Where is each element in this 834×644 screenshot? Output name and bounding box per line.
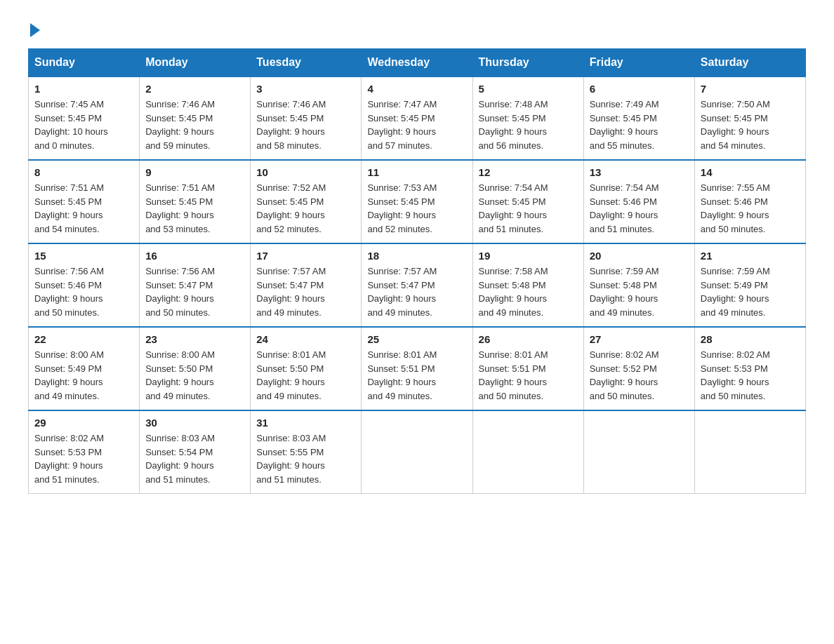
day-number: 31	[256, 417, 355, 429]
calendar-cell: 11 Sunrise: 7:53 AM Sunset: 5:45 PM Dayl…	[362, 160, 472, 243]
day-number: 10	[256, 166, 355, 178]
calendar-cell: 7 Sunrise: 7:50 AM Sunset: 5:45 PM Dayli…	[694, 76, 805, 160]
weekday-header-thursday: Thursday	[472, 49, 583, 77]
day-info: Sunrise: 7:51 AM Sunset: 5:45 PM Dayligh…	[34, 181, 133, 236]
day-number: 27	[590, 333, 689, 345]
day-number: 6	[590, 83, 689, 95]
day-info: Sunrise: 8:02 AM Sunset: 5:53 PM Dayligh…	[34, 431, 133, 486]
calendar-cell: 24 Sunrise: 8:01 AM Sunset: 5:50 PM Dayl…	[251, 327, 362, 410]
day-number: 21	[701, 250, 800, 262]
calendar-cell: 20 Sunrise: 7:59 AM Sunset: 5:48 PM Dayl…	[583, 243, 694, 327]
weekday-header-monday: Monday	[140, 49, 251, 77]
day-number: 12	[479, 166, 578, 178]
day-info: Sunrise: 7:57 AM Sunset: 5:47 PM Dayligh…	[367, 264, 466, 319]
day-number: 19	[479, 250, 578, 262]
day-info: Sunrise: 7:51 AM Sunset: 5:45 PM Dayligh…	[145, 181, 244, 236]
day-number: 15	[34, 250, 133, 262]
day-number: 22	[34, 333, 133, 345]
calendar-cell: 8 Sunrise: 7:51 AM Sunset: 5:45 PM Dayli…	[29, 160, 140, 243]
day-number: 7	[701, 83, 800, 95]
day-info: Sunrise: 8:01 AM Sunset: 5:51 PM Dayligh…	[479, 348, 578, 403]
day-number: 30	[145, 417, 244, 429]
calendar-cell: 29 Sunrise: 8:02 AM Sunset: 5:53 PM Dayl…	[29, 410, 140, 494]
day-number: 29	[34, 417, 133, 429]
calendar-cell: 21 Sunrise: 7:59 AM Sunset: 5:49 PM Dayl…	[694, 243, 805, 327]
day-info: Sunrise: 8:02 AM Sunset: 5:52 PM Dayligh…	[590, 348, 689, 403]
calendar-cell: 25 Sunrise: 8:01 AM Sunset: 5:51 PM Dayl…	[362, 327, 472, 410]
day-info: Sunrise: 8:01 AM Sunset: 5:50 PM Dayligh…	[256, 348, 355, 403]
calendar-cell: 5 Sunrise: 7:48 AM Sunset: 5:45 PM Dayli…	[472, 76, 583, 160]
calendar-cell	[694, 410, 805, 494]
page-header	[28, 21, 806, 34]
day-number: 3	[256, 83, 355, 95]
day-info: Sunrise: 7:59 AM Sunset: 5:48 PM Dayligh…	[590, 264, 689, 319]
day-info: Sunrise: 8:02 AM Sunset: 5:53 PM Dayligh…	[701, 348, 800, 403]
day-number: 24	[256, 333, 355, 345]
calendar-cell: 27 Sunrise: 8:02 AM Sunset: 5:52 PM Dayl…	[583, 327, 694, 410]
weekday-header-wednesday: Wednesday	[362, 49, 472, 77]
day-info: Sunrise: 7:54 AM Sunset: 5:46 PM Dayligh…	[590, 181, 689, 236]
logo-arrow-icon	[30, 23, 40, 37]
day-info: Sunrise: 8:03 AM Sunset: 5:55 PM Dayligh…	[256, 431, 355, 486]
calendar-cell: 13 Sunrise: 7:54 AM Sunset: 5:46 PM Dayl…	[583, 160, 694, 243]
day-info: Sunrise: 7:52 AM Sunset: 5:45 PM Dayligh…	[256, 181, 355, 236]
calendar-cell: 15 Sunrise: 7:56 AM Sunset: 5:46 PM Dayl…	[29, 243, 140, 327]
day-number: 28	[701, 333, 800, 345]
day-info: Sunrise: 7:45 AM Sunset: 5:45 PM Dayligh…	[34, 98, 133, 152]
day-info: Sunrise: 7:56 AM Sunset: 5:46 PM Dayligh…	[34, 264, 133, 319]
day-number: 25	[367, 333, 466, 345]
week-row-5: 29 Sunrise: 8:02 AM Sunset: 5:53 PM Dayl…	[29, 410, 806, 494]
calendar-cell: 12 Sunrise: 7:54 AM Sunset: 5:45 PM Dayl…	[472, 160, 583, 243]
day-info: Sunrise: 7:50 AM Sunset: 5:45 PM Dayligh…	[701, 98, 800, 152]
weekday-header-sunday: Sunday	[29, 49, 140, 77]
calendar-cell: 30 Sunrise: 8:03 AM Sunset: 5:54 PM Dayl…	[140, 410, 251, 494]
week-row-4: 22 Sunrise: 8:00 AM Sunset: 5:49 PM Dayl…	[29, 327, 806, 410]
calendar-cell: 3 Sunrise: 7:46 AM Sunset: 5:45 PM Dayli…	[251, 76, 362, 160]
calendar-cell: 6 Sunrise: 7:49 AM Sunset: 5:45 PM Dayli…	[583, 76, 694, 160]
calendar-cell: 1 Sunrise: 7:45 AM Sunset: 5:45 PM Dayli…	[29, 76, 140, 160]
calendar-cell: 28 Sunrise: 8:02 AM Sunset: 5:53 PM Dayl…	[694, 327, 805, 410]
day-number: 18	[367, 250, 466, 262]
day-info: Sunrise: 8:01 AM Sunset: 5:51 PM Dayligh…	[367, 348, 466, 403]
calendar-cell	[583, 410, 694, 494]
day-number: 26	[479, 333, 578, 345]
day-info: Sunrise: 7:58 AM Sunset: 5:48 PM Dayligh…	[479, 264, 578, 319]
day-info: Sunrise: 7:55 AM Sunset: 5:46 PM Dayligh…	[701, 181, 800, 236]
day-info: Sunrise: 7:47 AM Sunset: 5:45 PM Dayligh…	[367, 98, 466, 152]
day-info: Sunrise: 8:03 AM Sunset: 5:54 PM Dayligh…	[145, 431, 244, 486]
day-number: 5	[479, 83, 578, 95]
day-number: 9	[145, 166, 244, 178]
calendar-cell: 18 Sunrise: 7:57 AM Sunset: 5:47 PM Dayl…	[362, 243, 472, 327]
week-row-3: 15 Sunrise: 7:56 AM Sunset: 5:46 PM Dayl…	[29, 243, 806, 327]
week-row-2: 8 Sunrise: 7:51 AM Sunset: 5:45 PM Dayli…	[29, 160, 806, 243]
weekday-header-saturday: Saturday	[694, 49, 805, 77]
day-number: 14	[701, 166, 800, 178]
calendar-cell: 19 Sunrise: 7:58 AM Sunset: 5:48 PM Dayl…	[472, 243, 583, 327]
day-number: 2	[145, 83, 244, 95]
calendar-cell: 16 Sunrise: 7:56 AM Sunset: 5:47 PM Dayl…	[140, 243, 251, 327]
day-number: 8	[34, 166, 133, 178]
day-number: 13	[590, 166, 689, 178]
calendar-cell: 26 Sunrise: 8:01 AM Sunset: 5:51 PM Dayl…	[472, 327, 583, 410]
weekday-header-tuesday: Tuesday	[251, 49, 362, 77]
day-number: 17	[256, 250, 355, 262]
calendar-cell: 10 Sunrise: 7:52 AM Sunset: 5:45 PM Dayl…	[251, 160, 362, 243]
calendar-cell: 22 Sunrise: 8:00 AM Sunset: 5:49 PM Dayl…	[29, 327, 140, 410]
day-number: 16	[145, 250, 244, 262]
day-number: 11	[367, 166, 466, 178]
day-info: Sunrise: 7:59 AM Sunset: 5:49 PM Dayligh…	[701, 264, 800, 319]
calendar-cell: 14 Sunrise: 7:55 AM Sunset: 5:46 PM Dayl…	[694, 160, 805, 243]
week-row-1: 1 Sunrise: 7:45 AM Sunset: 5:45 PM Dayli…	[29, 76, 806, 160]
day-info: Sunrise: 7:56 AM Sunset: 5:47 PM Dayligh…	[145, 264, 244, 319]
logo	[28, 21, 40, 34]
day-info: Sunrise: 7:46 AM Sunset: 5:45 PM Dayligh…	[145, 98, 244, 152]
day-info: Sunrise: 7:48 AM Sunset: 5:45 PM Dayligh…	[479, 98, 578, 152]
day-info: Sunrise: 7:54 AM Sunset: 5:45 PM Dayligh…	[479, 181, 578, 236]
calendar-cell: 9 Sunrise: 7:51 AM Sunset: 5:45 PM Dayli…	[140, 160, 251, 243]
weekday-header-friday: Friday	[583, 49, 694, 77]
calendar-cell: 4 Sunrise: 7:47 AM Sunset: 5:45 PM Dayli…	[362, 76, 472, 160]
day-number: 4	[367, 83, 466, 95]
day-info: Sunrise: 7:46 AM Sunset: 5:45 PM Dayligh…	[256, 98, 355, 152]
calendar-cell	[362, 410, 472, 494]
day-number: 20	[590, 250, 689, 262]
